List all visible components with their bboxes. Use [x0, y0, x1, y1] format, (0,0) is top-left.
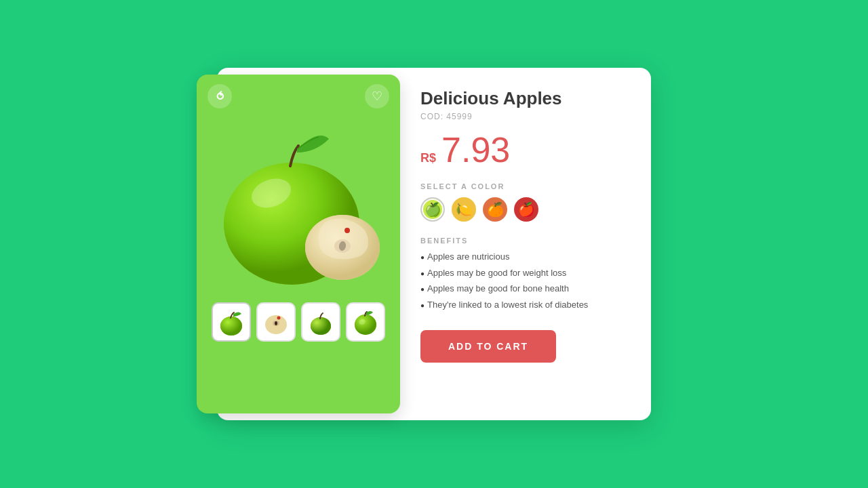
benefit-item-2: Apples may be good for weight loss — [420, 266, 624, 280]
svg-point-7 — [344, 228, 350, 233]
color-swatch-yellow[interactable]: 🍋 — [452, 197, 476, 222]
share-button[interactable]: ⥀ — [208, 84, 232, 108]
currency-symbol: R$ — [420, 151, 436, 165]
product-main-image — [210, 88, 387, 291]
yellow-apple-icon: 🍋 — [456, 201, 473, 218]
green-apple-icon: 🍏 — [425, 201, 441, 218]
color-options: 🍏 🍋 🍊 🍎 — [420, 197, 624, 222]
color-swatch-orange[interactable]: 🍊 — [483, 197, 507, 222]
product-info: Delicious Apples COD: 45999 R$ 7.93 SELE… — [400, 68, 624, 420]
heart-icon: ♡ — [372, 89, 382, 104]
image-top-bar: ⥀ ♡ — [197, 75, 400, 118]
thumbnail-1[interactable] — [212, 302, 251, 342]
svg-point-13 — [277, 317, 281, 320]
thumb2-icon — [261, 307, 291, 337]
svg-point-12 — [275, 321, 277, 325]
product-title: Delicious Apples — [420, 88, 624, 109]
benefit-item-1: Apples are nutricious — [420, 250, 624, 264]
product-card: ⥀ ♡ — [217, 68, 651, 420]
thumb4-icon — [351, 307, 380, 337]
orange-apple-icon: 🍊 — [487, 201, 504, 218]
svg-point-9 — [220, 317, 242, 336]
add-to-cart-button[interactable]: ADD TO CART — [420, 330, 556, 363]
svg-point-15 — [311, 317, 331, 335]
share-icon: ⥀ — [216, 90, 224, 103]
benefit-item-4: They're linked to a lowest risk of diabe… — [420, 298, 624, 312]
benefit-item-3: Apples may be good for bone health — [420, 282, 624, 296]
thumbnail-2[interactable] — [256, 302, 296, 342]
svg-point-17 — [355, 314, 376, 335]
price-value: 7.93 — [441, 132, 510, 167]
color-swatch-red[interactable]: 🍎 — [514, 197, 538, 222]
apple-svg — [210, 88, 387, 291]
thumbnail-4[interactable] — [346, 302, 385, 342]
thumb3-icon — [306, 307, 336, 337]
color-swatch-green[interactable]: 🍏 — [420, 197, 445, 222]
price-row: R$ 7.93 — [420, 132, 624, 167]
color-section-label: SELECT A COLOR — [420, 182, 624, 190]
red-apple-icon: 🍎 — [518, 201, 535, 218]
product-cod: COD: 45999 — [420, 112, 624, 121]
benefits-list: Apples are nutricious Apples may be good… — [420, 250, 624, 314]
benefits-label: BENEFITS — [420, 237, 624, 245]
wishlist-button[interactable]: ♡ — [365, 84, 389, 108]
thumb1-icon — [216, 307, 246, 337]
image-section: ⥀ ♡ — [197, 75, 400, 413]
thumbnail-strip — [203, 302, 393, 342]
thumbnail-3[interactable] — [301, 302, 340, 342]
